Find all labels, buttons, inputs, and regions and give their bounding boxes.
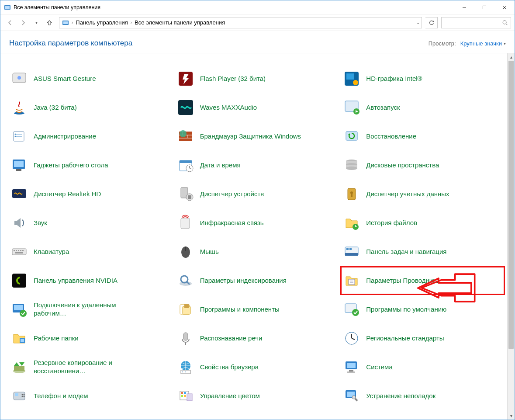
- svg-rect-72: [349, 279, 355, 285]
- viewby-dropdown[interactable]: Крупные значки ▾: [460, 40, 506, 47]
- cpl-item-label: Дата и время: [200, 161, 241, 170]
- main-area: ASUS Smart GestureFlash Player (32 бита)…: [0, 53, 515, 420]
- cpl-item-label: Программы и компоненты: [200, 305, 280, 314]
- svg-rect-54: [12, 249, 26, 255]
- titlebar: Все элементы панели управления: [0, 0, 515, 14]
- cpl-item[interactable]: Программы и компоненты: [175, 295, 339, 323]
- svg-line-9: [506, 24, 508, 25]
- svg-rect-67: [349, 248, 352, 250]
- cpl-item[interactable]: Гаджеты рабочего стола: [8, 151, 172, 179]
- cpl-item-label: История файлов: [366, 219, 417, 227]
- cpl-item[interactable]: Управление цветом: [175, 382, 339, 410]
- address-bar[interactable]: › Панель управления › Все элементы панел…: [59, 17, 422, 28]
- scroll-thumb[interactable]: [508, 61, 514, 349]
- cpl-item[interactable]: ASUS Smart Gesture: [8, 65, 172, 93]
- svg-rect-7: [63, 21, 68, 24]
- scroll-up-arrow[interactable]: ▴: [508, 53, 515, 61]
- search-box[interactable]: [441, 17, 511, 28]
- svg-rect-66: [346, 248, 349, 250]
- recent-dropdown[interactable]: ▾: [30, 17, 42, 29]
- backup-icon: [10, 358, 28, 376]
- filehistory-icon: [342, 214, 361, 232]
- cpl-item[interactable]: Подключения к удаленным рабочим…: [8, 295, 172, 323]
- search-icon: [502, 20, 508, 26]
- cpl-item-label: ASUS Smart Gesture: [34, 75, 96, 83]
- cpl-item[interactable]: Диспетчер учетных данных: [341, 180, 505, 208]
- phone-icon: [10, 387, 28, 405]
- cpl-item[interactable]: Flash Player (32 бита): [175, 65, 339, 93]
- cpl-item[interactable]: Программы по умолчанию: [341, 295, 505, 323]
- up-button[interactable]: [43, 17, 55, 29]
- cpl-item-label: Клавиатура: [34, 248, 69, 256]
- svg-rect-59: [22, 250, 24, 251]
- cpl-item[interactable]: Рабочие папки: [8, 324, 172, 352]
- address-dropdown[interactable]: ⌄: [416, 20, 420, 25]
- vertical-scrollbar[interactable]: ▴ ▾: [507, 53, 515, 420]
- cpl-item[interactable]: Диспетчер устройств: [175, 180, 339, 208]
- svg-rect-76: [14, 305, 23, 310]
- minimize-button[interactable]: [454, 0, 474, 14]
- cpl-item-label: HD-графика Intel®: [366, 75, 422, 83]
- scroll-track[interactable]: [508, 61, 515, 412]
- admin-icon: [10, 127, 28, 146]
- svg-point-96: [185, 371, 186, 372]
- cpl-item[interactable]: Устранение неполадок: [341, 382, 505, 410]
- svg-point-24: [15, 136, 16, 137]
- firewall-icon: [176, 127, 195, 146]
- cpl-item[interactable]: HD-графика Intel®: [341, 65, 505, 93]
- maximize-button[interactable]: [474, 0, 494, 14]
- cpl-item[interactable]: Дисковые пространства: [341, 151, 505, 179]
- cpl-item-label: Администрирование: [34, 132, 96, 141]
- cpl-item[interactable]: Параметры Проводника: [341, 267, 505, 295]
- cpl-item-label: Дисковые пространства: [366, 161, 439, 170]
- cpl-item[interactable]: Инфракрасная связь: [175, 209, 339, 237]
- cpl-item[interactable]: Резервное копирование и восстановлени…: [8, 353, 172, 381]
- nvidia-icon: [10, 271, 28, 290]
- cpl-item-label: Управление цветом: [200, 392, 260, 400]
- cpl-item[interactable]: Восстановление: [341, 122, 505, 150]
- svg-point-14: [353, 80, 358, 85]
- credmgr-icon: [342, 185, 361, 203]
- cpl-item[interactable]: Региональные стандарты: [341, 324, 505, 352]
- cpl-item-label: Параметры индексирования: [200, 277, 287, 285]
- cpl-item[interactable]: Система: [341, 353, 505, 381]
- cpl-item[interactable]: Свойства браузера: [175, 353, 339, 381]
- cpl-item[interactable]: Мышь: [175, 238, 339, 266]
- cpl-item[interactable]: Панель управления NVIDIA: [8, 267, 172, 295]
- cpl-item[interactable]: Панель задач и навигация: [341, 238, 505, 266]
- cpl-item[interactable]: Диспетчер Realtek HD: [8, 180, 172, 208]
- breadcrumb-current[interactable]: Все элементы панели управления: [134, 19, 226, 26]
- cpl-item[interactable]: Телефон и модем: [8, 382, 172, 410]
- svg-rect-98: [347, 363, 356, 368]
- cpl-item[interactable]: Распознавание речи: [175, 324, 339, 352]
- breadcrumb-root[interactable]: Панель управления: [75, 19, 128, 26]
- window-title: Все элементы панели управления: [14, 4, 454, 10]
- keyboard-icon: [10, 243, 28, 261]
- cpl-item[interactable]: Администрирование: [8, 122, 172, 150]
- forward-button[interactable]: [17, 17, 29, 29]
- cpl-item[interactable]: Дата и время: [175, 151, 339, 179]
- svg-point-95: [182, 371, 183, 372]
- speech-icon: [176, 329, 195, 347]
- cpl-item-label: Рабочие папки: [34, 334, 79, 343]
- svg-rect-80: [184, 304, 189, 308]
- cpl-item[interactable]: Звук: [8, 209, 172, 237]
- cpl-item[interactable]: Java (32 бита): [8, 94, 172, 121]
- refresh-button[interactable]: [425, 17, 438, 28]
- svg-point-11: [17, 76, 21, 80]
- region-icon: [342, 329, 361, 347]
- cpl-item[interactable]: История файлов: [341, 209, 505, 237]
- svg-rect-45: [12, 189, 26, 198]
- svg-rect-108: [181, 392, 183, 394]
- svg-rect-68: [12, 274, 26, 288]
- cpl-item[interactable]: Waves MAXXAudio: [175, 94, 339, 121]
- cpl-item[interactable]: Брандмауэр Защитника Windows: [175, 122, 339, 150]
- close-button[interactable]: [494, 0, 515, 14]
- cpl-item[interactable]: Клавиатура: [8, 238, 172, 266]
- cpl-item[interactable]: Параметры индексирования: [175, 267, 339, 295]
- taskbar-icon: [342, 243, 361, 261]
- cpl-item[interactable]: Автозапуск: [341, 94, 505, 121]
- scroll-down-arrow[interactable]: ▾: [508, 412, 515, 420]
- back-button[interactable]: [4, 17, 16, 29]
- cpl-item-label: Устранение неполадок: [366, 392, 436, 400]
